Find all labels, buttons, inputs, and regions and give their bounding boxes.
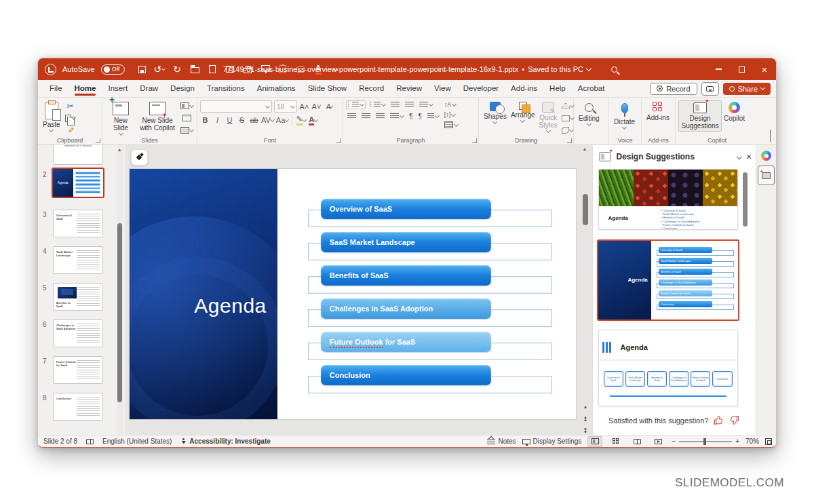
ltr-button[interactable]: ¶ (408, 112, 414, 121)
normal-view-button[interactable] (587, 436, 602, 447)
item-button-3[interactable]: Benefits of SaaS (321, 265, 491, 286)
convert-smartart-button[interactable] (443, 121, 459, 129)
rtl-button[interactable]: ¶ (416, 112, 423, 121)
copilot-button[interactable]: Copilot (722, 100, 747, 123)
slide-title[interactable]: Agenda (130, 294, 267, 317)
reset-slide-button[interactable] (180, 113, 193, 123)
print-button[interactable] (241, 62, 255, 77)
previous-slide-button[interactable]: ▲▲ (582, 416, 589, 421)
start-slideshow-button[interactable] (258, 62, 273, 77)
align-center-button[interactable] (360, 113, 372, 120)
justify-button[interactable] (389, 113, 405, 120)
font-color-qat-button[interactable]: A (311, 62, 326, 77)
search-button[interactable] (602, 58, 625, 80)
open-button[interactable] (188, 62, 202, 77)
character-spacing-button[interactable]: AV (261, 115, 274, 125)
tab-add-ins[interactable]: Add-ins (505, 81, 543, 96)
design-suggestion-3[interactable]: Agenda Overview of SaaS SaaS Market Land… (598, 330, 738, 406)
align-left-button[interactable] (346, 113, 357, 120)
slideshow-view-button[interactable] (651, 436, 665, 447)
designer-quick-button[interactable] (131, 149, 148, 166)
editing-button[interactable]: Editing (577, 100, 602, 127)
tab-transitions[interactable]: Transitions (201, 81, 251, 96)
maximize-button[interactable] (730, 58, 753, 80)
quick-styles-button[interactable]: Quick Styles (537, 100, 560, 134)
agenda-item[interactable]: Challenges in SaaS Adoption (308, 298, 552, 332)
underline-button[interactable]: U (225, 115, 235, 125)
current-slide[interactable]: Agenda Overview of SaaS SaaS Market Land… (130, 169, 576, 419)
panel-collapse-chevron-icon[interactable] (737, 154, 742, 159)
canvas-scrollbar[interactable]: ▲ (582, 147, 589, 435)
item-button-5[interactable]: Future Outlook for SaaS (321, 332, 491, 352)
strikethrough-button[interactable]: S (237, 115, 247, 125)
clipboard-dialog-launcher[interactable] (96, 138, 100, 143)
minimize-button[interactable] (707, 58, 730, 80)
agenda-item[interactable]: Conclusion (308, 365, 552, 398)
export-image-button[interactable] (223, 62, 237, 77)
share-button[interactable]: Share (723, 83, 771, 95)
copy-button[interactable] (64, 113, 77, 123)
tab-help[interactable]: Help (543, 81, 572, 96)
collapse-ribbon-button[interactable] (770, 130, 771, 142)
numbering-button[interactable] (368, 101, 387, 109)
thumbnail-slide-4[interactable]: SaaS Market Landscape (53, 246, 103, 274)
close-button[interactable]: × (753, 58, 776, 80)
tab-design[interactable]: Design (164, 81, 201, 96)
comments-button[interactable] (701, 82, 719, 96)
autosave-toggle[interactable]: Off (101, 64, 125, 75)
thumbs-up-icon[interactable] (714, 415, 724, 425)
format-painter-button[interactable]: ✎ (64, 125, 77, 136)
thumbnail-slide-5[interactable]: Benefits of SaaS (53, 283, 103, 311)
thumbnail-slide-7[interactable]: Future Outlook for SaaS (53, 356, 103, 384)
tab-view[interactable]: View (428, 81, 457, 96)
agenda-item[interactable]: Benefits of SaaS (308, 265, 552, 298)
display-settings-button[interactable]: Display Settings (522, 438, 582, 445)
zoom-slider-thumb[interactable] (703, 438, 706, 445)
thumbnail-scrollbar-thumb[interactable] (117, 223, 122, 402)
columns-button[interactable] (426, 113, 440, 120)
agenda-item[interactable]: Overview of SaaS (308, 199, 552, 232)
font-name-combo[interactable] (200, 100, 272, 113)
thumbs-down-icon[interactable] (729, 415, 739, 425)
thumbnail-scrollbar[interactable]: ▲ (117, 145, 123, 436)
italic-button[interactable]: I (212, 115, 222, 125)
spelling-icon[interactable] (86, 439, 94, 444)
design-panel-scrollbar-thumb[interactable] (743, 172, 748, 227)
undo-button[interactable]: ↺ (153, 62, 167, 77)
tab-home[interactable]: Home (69, 81, 102, 96)
designer-pane-button[interactable] (758, 166, 775, 185)
align-text-button[interactable]: [↕] (443, 111, 459, 119)
fit-to-window-icon[interactable] (765, 438, 772, 445)
zoom-slider[interactable] (679, 441, 732, 442)
accessibility-status[interactable]: Accessibility: Investigate (180, 438, 271, 445)
shrink-font-button[interactable]: A˅ (311, 102, 322, 112)
slide-indicator[interactable]: Slide 2 of 8 (43, 438, 77, 445)
shape-outline-button[interactable] (561, 113, 575, 123)
save-button[interactable] (135, 62, 149, 77)
slide-layout-button[interactable] (180, 100, 193, 111)
add-ins-button[interactable]: Add-ins (644, 100, 672, 123)
tab-record[interactable]: Record (353, 81, 390, 96)
change-case-button[interactable]: Aa (276, 115, 288, 125)
tab-review[interactable]: Review (390, 81, 428, 96)
item-button-6[interactable]: Conclusion (321, 365, 491, 385)
shapes-button[interactable]: Shapes (482, 100, 509, 125)
line-spacing-button[interactable] (418, 101, 434, 109)
zoom-out-button[interactable]: − (672, 438, 676, 445)
redo-button[interactable]: ↻ (170, 62, 185, 77)
tab-file[interactable]: File (43, 81, 69, 96)
item-button-4[interactable]: Challenges in SaaS Adoption (321, 298, 491, 319)
new-file-button[interactable] (206, 62, 220, 77)
thumbnail-slide-3[interactable]: Overview of SaaS (53, 210, 103, 237)
tab-animations[interactable]: Animations (251, 81, 302, 96)
design-suggestion-1[interactable]: Agenda Overview of SaaS SaaS Market Land… (598, 169, 738, 230)
agenda-item[interactable]: SaaS Market Landscape (308, 232, 552, 265)
drawing-dialog-launcher[interactable] (567, 138, 572, 143)
comment-qat-button[interactable] (294, 62, 308, 77)
thumbnail-slide-1[interactable]: Sample Report on SaaS (Software as a Ser… (53, 145, 103, 165)
paste-qat-button[interactable] (276, 62, 290, 77)
paragraph-dialog-launcher[interactable] (472, 138, 477, 143)
customize-qat-button[interactable] (329, 62, 343, 77)
zoom-level[interactable]: 70% (745, 438, 759, 445)
zoom-in-button[interactable]: + (735, 438, 739, 445)
